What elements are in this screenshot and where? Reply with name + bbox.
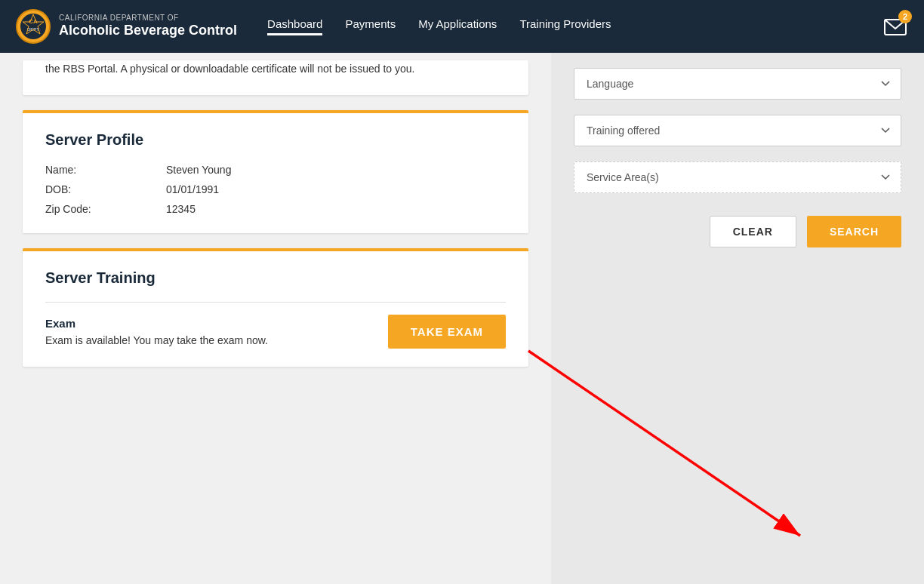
nav-dashboard[interactable]: Dashboard [267,17,322,35]
certificate-text: the RBS Portal. A physical or downloadab… [45,60,506,77]
zip-value: 12345 [166,203,506,215]
brand: CA DEPT CALIFORNIA DEPARTMENT OF Alcohol… [15,8,237,45]
brand-text: CALIFORNIA DEPARTMENT OF Alcoholic Bever… [59,14,237,39]
nav-links: Dashboard Payments My Applications Train… [267,17,882,35]
main-content: the RBS Portal. A physical or downloadab… [0,53,924,584]
brand-large: Alcoholic Beverage Control [59,23,237,39]
server-profile-card: Server Profile Name: Steven Young DOB: 0… [23,110,528,233]
server-profile-title: Server Profile [45,131,506,149]
brand-small: CALIFORNIA DEPARTMENT OF [59,14,237,23]
profile-table: Name: Steven Young DOB: 01/01/1991 Zip C… [45,164,506,215]
training-divider [45,302,506,303]
exam-text: Exam is available! You may take the exam… [45,334,268,346]
clear-button[interactable]: CLEAR [710,216,796,247]
nav-training-providers[interactable]: Training Providers [519,17,611,35]
name-label: Name: [45,164,166,176]
nav-applications[interactable]: My Applications [418,17,497,35]
filter-buttons: CLEAR SEARCH [574,216,901,247]
left-column: the RBS Portal. A physical or downloadab… [0,53,551,584]
name-value: Steven Young [166,164,506,176]
notification-area: 2 [882,13,909,40]
zip-label: Zip Code: [45,203,166,215]
dob-value: 01/01/1991 [166,183,506,195]
exam-title: Exam [45,317,268,330]
language-select[interactable]: Language English Spanish [574,68,901,100]
brand-logo: CA DEPT [15,8,51,45]
dob-label: DOB: [45,183,166,195]
nav-payments[interactable]: Payments [345,17,396,35]
mail-icon-button[interactable]: 2 [882,13,909,40]
take-exam-button[interactable]: TAKE EXAM [388,315,506,349]
training-offered-select[interactable]: Training offered In-person Online [574,115,901,146]
server-training-card: Server Training Exam Exam is available! … [23,248,528,367]
server-training-title: Server Training [45,269,506,287]
exam-info: Exam Exam is available! You may take the… [45,317,268,346]
exam-row: Exam Exam is available! You may take the… [45,315,506,349]
navbar: CA DEPT CALIFORNIA DEPARTMENT OF Alcohol… [0,0,924,53]
service-area-select[interactable]: Service Area(s) Northern CA Southern CA [574,161,901,193]
certificate-card: the RBS Portal. A physical or downloadab… [23,60,528,95]
search-button[interactable]: SEARCH [807,216,901,247]
notification-badge: 2 [898,10,912,23]
right-column: Language English Spanish Training offere… [551,53,924,584]
